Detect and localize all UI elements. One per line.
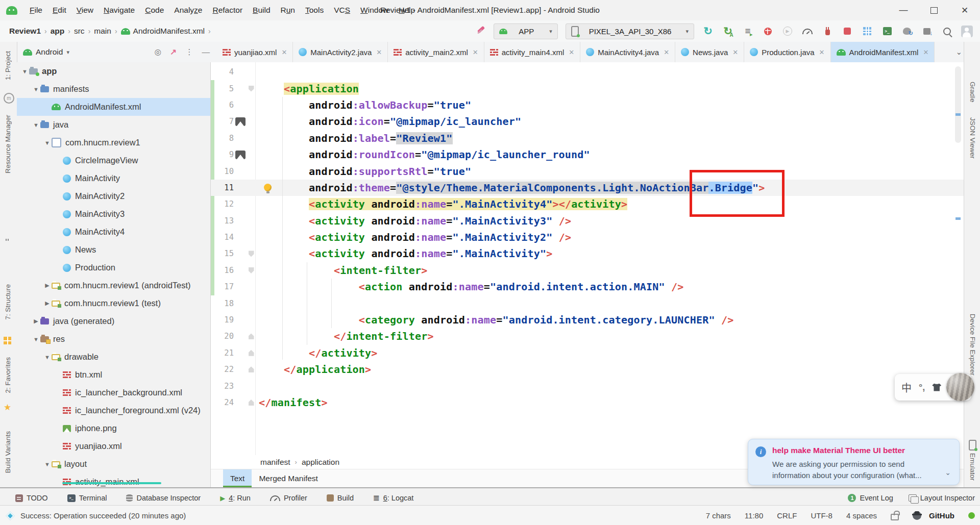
tool-button-build-variants[interactable]: Build Variants: [4, 431, 12, 473]
tree-item-circleimageview[interactable]: CircleImageView: [17, 152, 210, 169]
tab-mainactivity2-java[interactable]: MainActivity2.java✕: [293, 42, 388, 62]
tree-item-com-hnucm-review1-androidtest-[interactable]: ▶com.hnucm.review1 (androidTest): [17, 277, 210, 294]
tree-item-mainactivity2[interactable]: MainActivity2: [17, 187, 210, 205]
code-line-6[interactable]: 6 android:allowBackup="true": [211, 97, 964, 113]
close-icon[interactable]: ✕: [376, 48, 382, 56]
fold-marker-icon[interactable]: [247, 366, 255, 372]
menu-item-vcs[interactable]: VCS: [329, 6, 355, 15]
fold-marker-icon[interactable]: [247, 350, 255, 356]
code-line-24[interactable]: 24</manifest>: [211, 394, 964, 411]
tool-button-favorites[interactable]: 2: Favorites: [4, 357, 12, 393]
project-view-selector[interactable]: Android: [36, 47, 63, 57]
tree-collapsed-icon[interactable]: ▶: [43, 300, 52, 307]
avatar-icon[interactable]: [961, 26, 973, 37]
notification-popup[interactable]: i help make Material Theme UI better We …: [748, 439, 960, 485]
layout-inspector-button[interactable]: Layout Inspector: [909, 494, 975, 502]
close-icon[interactable]: ✕: [569, 48, 574, 56]
close-icon[interactable]: ✕: [819, 48, 825, 56]
menu-item-refactor[interactable]: Refactor: [207, 6, 248, 15]
status-segment-utf-8[interactable]: UTF-8: [811, 511, 832, 520]
code-line-16[interactable]: 16 <intent-filter>: [211, 262, 964, 279]
breadcrumb-item[interactable]: AndroidManifest.xml: [133, 27, 205, 36]
event-log-button[interactable]: 1Event Log: [848, 494, 893, 502]
fold-marker-icon[interactable]: [247, 399, 255, 406]
image-preview-icon[interactable]: [235, 151, 246, 159]
code-area[interactable]: 45 <application6 android:allowBackup="tr…: [211, 62, 964, 455]
tree-item-app[interactable]: ▼app: [17, 62, 210, 80]
fold-up-icon[interactable]: [249, 350, 254, 356]
tool-button-profiler[interactable]: Profiler: [270, 494, 307, 502]
image-preview-icon[interactable]: [234, 151, 247, 159]
editor-tab-merged-manifest[interactable]: Merged Manifest: [252, 469, 325, 487]
tree-item-btn-xml[interactable]: btn.xml: [17, 366, 210, 384]
menu-item-run[interactable]: Run: [276, 6, 300, 15]
menu-item-analyze[interactable]: Analyze: [169, 6, 207, 15]
fold-up-icon[interactable]: [249, 333, 254, 339]
notification-title[interactable]: help make Material Theme UI better: [772, 446, 905, 455]
fold-marker-icon[interactable]: [247, 333, 255, 339]
tree-item-ic_launcher_background-xml[interactable]: ic_launcher_background.xml: [17, 384, 210, 402]
code-line-13[interactable]: 13 <activity android:name=".MainActivity…: [211, 213, 964, 229]
menu-item-file[interactable]: File: [24, 6, 47, 15]
ime-skin-icon[interactable]: [932, 384, 941, 391]
tree-item-java-generated-[interactable]: ▶java (generated): [17, 312, 210, 330]
tree-item-mainactivity4[interactable]: MainActivity4: [17, 223, 210, 241]
menu-item-navigate[interactable]: Navigate: [99, 6, 140, 15]
code-line-18[interactable]: 18: [211, 295, 964, 311]
lock-icon[interactable]: [891, 514, 899, 520]
tab-androidmanifest-xml[interactable]: AndroidManifest.xml✕: [831, 42, 935, 62]
fold-up-icon[interactable]: [249, 366, 254, 372]
tool-button-database-inspector[interactable]: Database Inspector: [126, 494, 201, 502]
maximize-button[interactable]: [919, 0, 949, 20]
debug-icon[interactable]: [764, 28, 772, 35]
panel-options-icon[interactable]: ⋮: [185, 47, 193, 57]
code-line-5[interactable]: 5 <application: [211, 80, 964, 96]
menu-item-tools[interactable]: Tools: [300, 6, 329, 15]
close-icon[interactable]: ✕: [732, 48, 738, 56]
status-segment-7-chars[interactable]: 7 chars: [706, 511, 731, 520]
tree-item-layout[interactable]: ▼layout: [17, 455, 210, 473]
vcs-branch-label[interactable]: GitHub: [929, 511, 954, 520]
fold-up-icon[interactable]: [249, 399, 254, 406]
tree-item-drawable[interactable]: ▼drawable: [17, 348, 210, 366]
tool-button-structure[interactable]: 7: Structure: [4, 284, 12, 320]
sdk-manager-icon[interactable]: [923, 28, 930, 35]
status-segment-crlf[interactable]: CRLF: [777, 511, 797, 520]
tree-item-production[interactable]: Production: [17, 259, 210, 277]
image-preview-icon[interactable]: [235, 117, 246, 126]
tool-button-resource-manager[interactable]: Resource Manager: [4, 115, 12, 173]
tool-button-device-file-explorer[interactable]: Device File Explorer: [969, 314, 976, 376]
tool-button-json-viewer[interactable]: JSON Viewer: [969, 117, 976, 159]
code-line-12[interactable]: 12 <activity android:name=".MainActivity…: [211, 196, 964, 212]
tool-button-project[interactable]: 1: Project: [4, 51, 12, 80]
code-line-9[interactable]: 9 android:roundIcon="@mipmap/ic_launcher…: [211, 146, 964, 163]
close-icon[interactable]: ✕: [923, 48, 928, 56]
breadcrumb-item[interactable]: app: [51, 27, 65, 36]
image-preview-icon[interactable]: [234, 117, 247, 126]
breadcrumb-item[interactable]: Review1: [9, 27, 41, 36]
sync-project-icon[interactable]: ↻: [703, 25, 713, 37]
close-button[interactable]: ✕: [949, 0, 980, 20]
code-line-15[interactable]: 15 <activity android:name=".MainActivity…: [211, 245, 964, 262]
tree-expanded-icon[interactable]: ▼: [20, 68, 29, 74]
fold-marker-icon[interactable]: [247, 86, 255, 92]
tool-button-terminal[interactable]: >_Terminal: [67, 494, 107, 502]
device-select[interactable]: PIXEL_3A_API_30_X86▾: [566, 23, 694, 39]
tab-production-java[interactable]: Production.java✕: [744, 42, 830, 62]
tree-expanded-icon[interactable]: ▼: [32, 86, 40, 92]
xml-breadcrumb-application[interactable]: application: [302, 458, 339, 467]
notification-expand-icon[interactable]: ⌄: [945, 468, 951, 477]
xml-breadcrumb-manifest[interactable]: manifest: [260, 458, 290, 467]
search-everywhere-icon[interactable]: [943, 28, 951, 35]
hide-panel-icon[interactable]: —: [202, 47, 210, 57]
tree-item-activity_main-xml[interactable]: activity_main.xml: [17, 473, 210, 487]
fold-down-icon[interactable]: [249, 86, 254, 92]
tree-item-news[interactable]: News: [17, 241, 210, 259]
gradle-sync-icon[interactable]: [903, 28, 911, 35]
status-segment-11-80[interactable]: 11:80: [745, 511, 763, 520]
tree-item-iphone-png[interactable]: iphone.png: [17, 419, 210, 437]
tree-expanded-icon[interactable]: ▼: [32, 336, 40, 342]
code-line-7[interactable]: 7 android:icon="@mipmap/ic_launcher": [211, 113, 964, 130]
code-line-23[interactable]: 23: [211, 378, 964, 394]
scroll-from-source-icon[interactable]: ↗: [170, 47, 177, 57]
